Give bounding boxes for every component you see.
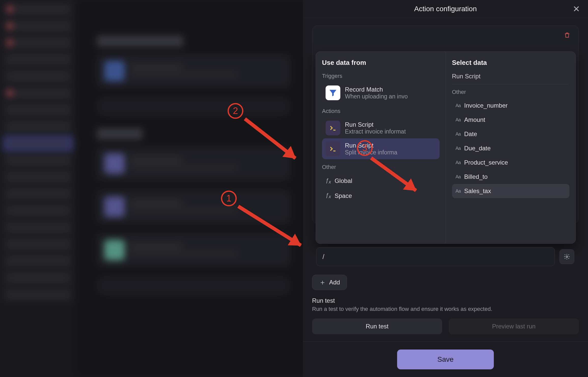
expression-value: / [323,253,324,261]
text-type-icon: Aa [456,146,461,151]
field-label: Date [464,130,477,138]
field-product-service[interactable]: Aa Product_service [452,155,570,170]
field-invoice-number[interactable]: Aa Invoice_number [452,98,570,113]
fn-label: Space [334,192,352,199]
preview-last-run-button[interactable]: Preview last run [449,318,579,334]
field-label: Due_date [464,145,491,152]
action-subtitle: Extract invoice informat [345,128,436,135]
annotation-badge-1: 1 [221,191,237,206]
text-type-icon: Aa [456,160,461,165]
run-test-section: Run test Run a test to verify the automa… [312,297,579,334]
field-label: Billed_to [464,173,488,180]
action-run-script-extract[interactable]: Run Script Extract invoice informat [322,118,440,138]
field-label: Product_service [464,159,508,166]
annotation-badge-2: 2 [228,103,243,119]
fx-icon: ƒx [326,177,331,185]
preview-label: Preview last run [492,323,536,330]
trigger-record-match[interactable]: Record Match When uploading an invo [322,82,440,103]
group-actions-label: Actions [322,108,440,114]
trigger-title: Record Match [345,86,436,93]
close-icon[interactable]: ✕ [572,5,580,13]
gear-icon[interactable] [559,249,574,264]
select-data-column: Select data Run Script Other Aa Invoice_… [446,52,576,243]
trigger-subtitle: When uploading an invo [345,93,436,100]
save-button[interactable]: Save [397,350,494,369]
select-data-heading: Select data [452,59,570,67]
run-test-heading: Run test [312,297,579,304]
annotation-arrow-2 [244,117,297,160]
script-icon [326,121,340,135]
field-label: Sales_tax [464,187,491,195]
panel-header: Action configuration ✕ [303,0,588,18]
panel-body: Use data from Triggers Record Match When… [303,18,588,341]
expression-input[interactable]: / [316,247,555,266]
field-sales-tax[interactable]: Aa Sales_tax [452,184,570,198]
field-billed-to[interactable]: Aa Billed_to [452,170,570,184]
funnel-icon [326,85,340,100]
action-title: Run Script [345,142,436,149]
text-type-icon: Aa [456,103,461,108]
panel-title: Action configuration [414,5,477,13]
run-test-label: Run test [366,323,388,330]
divider [452,84,570,84]
data-path: Run Script [452,73,570,80]
field-date[interactable]: Aa Date [452,127,570,141]
fn-space[interactable]: ƒx Space [322,188,440,203]
fn-global[interactable]: ƒx Global [322,173,440,188]
annotation-arrow-1 [237,205,302,247]
add-button[interactable]: ＋ Add [312,275,347,290]
run-test-button[interactable]: Run test [312,318,442,334]
text-type-icon: Aa [456,174,461,180]
panel-footer: Save [303,341,588,377]
field-label: Amount [464,116,485,123]
plus-icon: ＋ [319,278,326,287]
text-type-icon: Aa [456,132,461,137]
text-type-icon: Aa [456,188,461,194]
text-type-icon: Aa [456,117,461,123]
script-icon [326,141,340,156]
use-data-from-column: Use data from Triggers Record Match When… [316,52,446,243]
field-amount[interactable]: Aa Amount [452,113,570,127]
fields-other-label: Other [452,89,570,95]
run-test-sub: Run a test to verify the automation flow… [312,306,579,312]
field-label: Invoice_number [464,102,508,109]
trash-icon[interactable] [564,32,571,39]
use-data-from-heading: Use data from [322,59,440,67]
fn-label: Global [334,177,352,184]
action-config-panel: Action configuration ✕ Use data from Tri… [303,0,588,377]
action-run-script-split[interactable]: Run Script Split invoice informa [322,138,440,159]
expression-input-row: / [316,247,574,266]
group-triggers-label: Triggers [322,73,440,79]
action-title: Run Script [345,121,436,128]
field-due-date[interactable]: Aa Due_date [452,141,570,155]
add-label: Add [329,279,340,286]
action-subtitle: Split invoice informa [345,149,436,156]
fx-icon: ƒx [326,192,331,199]
save-label: Save [437,355,454,364]
group-other-label: Other [322,164,440,170]
data-picker-popover: Use data from Triggers Record Match When… [316,51,576,244]
svg-point-0 [566,256,568,258]
